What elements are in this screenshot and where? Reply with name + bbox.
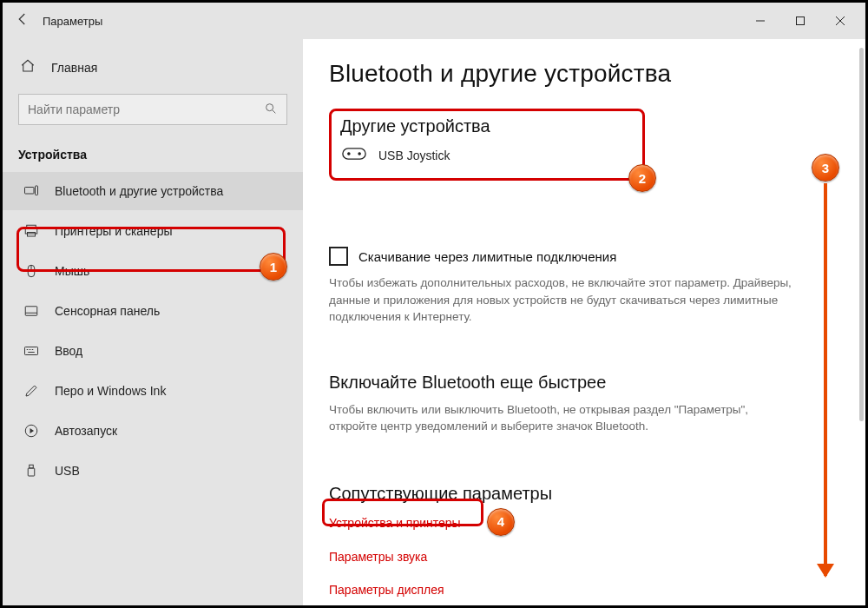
svg-rect-8: [27, 225, 36, 228]
svg-rect-22: [28, 468, 35, 476]
main-content: Bluetooth и другие устройства Другие уст…: [303, 39, 865, 605]
sidebar-item-usb[interactable]: USB: [3, 452, 303, 490]
back-button[interactable]: [8, 11, 37, 31]
link-display-settings[interactable]: Параметры дисплея: [329, 583, 839, 597]
minimize-button[interactable]: [740, 7, 780, 35]
device-row[interactable]: USB Joystick: [340, 145, 630, 166]
sidebar-item-label: Автозапуск: [55, 424, 117, 438]
sidebar-item-pen[interactable]: Перо и Windows Ink: [3, 372, 303, 410]
sidebar-item-printers[interactable]: Принтеры и сканеры: [3, 212, 303, 250]
sidebar-home[interactable]: Главная: [3, 53, 303, 82]
sidebar-item-label: USB: [55, 464, 80, 478]
bt-faster-description: Чтобы включить или выключить Bluetooth, …: [329, 401, 798, 435]
other-devices-title: Другие устройства: [340, 116, 630, 136]
search-icon: [264, 102, 278, 118]
window-controls: [740, 7, 860, 35]
other-devices-section: Другие устройства USB Joystick 2: [329, 109, 645, 181]
mouse-icon: [22, 263, 41, 279]
metered-checkbox[interactable]: [329, 247, 348, 266]
bt-faster-title: Включайте Bluetooth еще быстрее: [329, 373, 839, 393]
gamepad-icon: [342, 145, 366, 166]
pen-icon: [22, 383, 41, 399]
maximize-button[interactable]: [780, 7, 820, 35]
window-title: Параметры: [43, 15, 102, 28]
sidebar-item-label: Bluetooth и другие устройства: [55, 184, 223, 198]
device-name: USB Joystick: [378, 149, 450, 162]
printer-icon: [22, 223, 41, 239]
sidebar-group-title: Устройства: [3, 130, 303, 172]
sidebar-item-typing[interactable]: Ввод: [3, 332, 303, 370]
sidebar-item-label: Мышь: [55, 264, 89, 278]
page-title: Bluetooth и другие устройства: [329, 60, 839, 88]
sidebar-item-touchpad[interactable]: Сенсорная панель: [3, 292, 303, 330]
devices-icon: [22, 183, 41, 199]
svg-rect-10: [28, 233, 36, 237]
autoplay-icon: [22, 423, 41, 439]
link-devices-printers[interactable]: Устройства и принтеры: [329, 516, 461, 530]
annotation-badge-3: 3: [812, 154, 839, 182]
titlebar: Параметры: [3, 3, 865, 39]
svg-point-24: [348, 153, 350, 155]
metered-label: Скачивание через лимитные подключения: [358, 249, 616, 264]
sidebar-item-bluetooth[interactable]: Bluetooth и другие устройства: [3, 172, 303, 210]
annotation-badge-4: 4: [487, 508, 515, 536]
sidebar-item-label: Перо и Windows Ink: [55, 384, 166, 398]
svg-rect-13: [25, 307, 37, 316]
annotation-badge-1: 1: [260, 253, 287, 281]
sidebar-item-label: Ввод: [55, 344, 82, 358]
annotation-badge-2: 2: [628, 164, 656, 192]
search-box[interactable]: [18, 94, 287, 125]
svg-point-4: [266, 103, 273, 110]
svg-rect-15: [25, 347, 38, 355]
sidebar-home-label: Главная: [51, 61, 97, 75]
svg-rect-1: [797, 17, 805, 25]
svg-rect-21: [30, 465, 34, 468]
scrollbar[interactable]: [859, 48, 864, 421]
svg-rect-6: [25, 188, 35, 195]
close-button[interactable]: [820, 7, 860, 35]
sidebar-item-label: Сенсорная панель: [55, 304, 160, 318]
metered-description: Чтобы избежать дополнительных расходов, …: [329, 274, 798, 326]
search-input[interactable]: [28, 102, 264, 116]
svg-line-5: [273, 110, 275, 113]
touchpad-icon: [22, 303, 41, 319]
svg-rect-7: [36, 186, 38, 195]
link-sound-settings[interactable]: Параметры звука: [329, 550, 839, 564]
usb-icon: [22, 463, 41, 479]
annotation-arrow: [824, 183, 827, 576]
sidebar-item-label: Принтеры и сканеры: [55, 224, 172, 238]
related-settings-title: Сопутствующие параметры: [329, 484, 839, 504]
home-icon: [20, 58, 39, 76]
sidebar-item-autoplay[interactable]: Автозапуск: [3, 412, 303, 450]
metered-download-row[interactable]: Скачивание через лимитные подключения: [329, 247, 839, 266]
sidebar: Главная Устройства Bluetooth и другие ус…: [3, 39, 303, 605]
sidebar-nav: Bluetooth и другие устройства Принтеры и…: [3, 172, 303, 490]
svg-rect-23: [343, 149, 365, 159]
sidebar-item-mouse[interactable]: Мышь: [3, 252, 303, 290]
keyboard-icon: [22, 343, 41, 359]
svg-point-25: [358, 153, 360, 155]
